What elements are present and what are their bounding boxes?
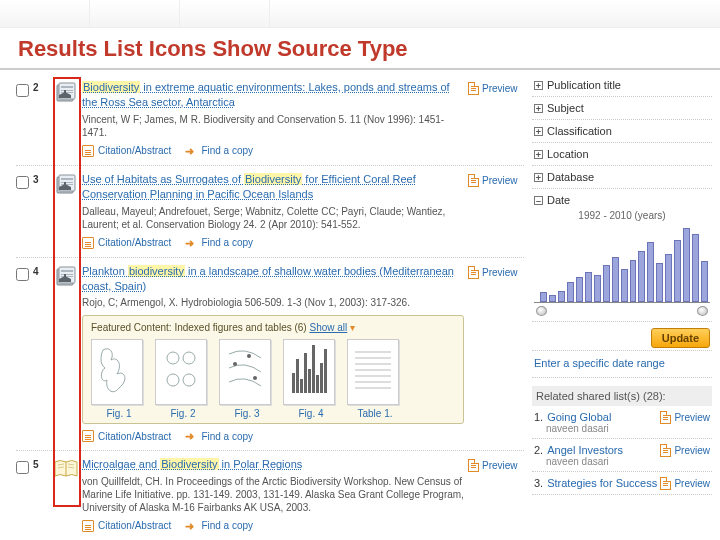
find-copy-link[interactable]: ➜Find a copy	[185, 145, 253, 157]
related-list-item: 1.Going Globalnaveen dasari Preview	[532, 406, 712, 439]
preview-link[interactable]: Preview	[468, 82, 524, 95]
preview-link[interactable]: Preview	[468, 266, 524, 279]
preview-link[interactable]: Preview	[660, 411, 710, 424]
svg-rect-10	[61, 184, 73, 185]
related-title-link[interactable]: Going Global	[547, 411, 611, 423]
result-row: 3 Use of Habitats as Surrogates of Biodi…	[16, 166, 524, 258]
svg-rect-3	[61, 90, 73, 91]
related-author: naveen dasari	[546, 423, 611, 434]
facet-date[interactable]: –Date 1992 - 2010 (years)	[532, 189, 712, 322]
journal-icon	[54, 266, 78, 288]
thumb-caption[interactable]: Fig. 2	[155, 408, 211, 419]
result-meta: von Quillfeldt, CH. In Proceedings of th…	[82, 475, 464, 514]
select-checkbox[interactable]	[16, 268, 29, 281]
histogram-bar	[665, 254, 672, 302]
find-copy-link[interactable]: ➜Find a copy	[185, 430, 253, 442]
figure-thumb[interactable]	[283, 339, 335, 405]
slider-max-handle[interactable]	[697, 306, 708, 316]
result-title-link[interactable]: Plankton biodiversity in a landscape of …	[82, 265, 454, 292]
svg-point-23	[233, 362, 237, 366]
svg-point-22	[183, 374, 195, 386]
thumb-caption[interactable]: Table 1.	[347, 408, 403, 419]
find-copy-link[interactable]: ➜Find a copy	[185, 520, 253, 532]
find-icon: ➜	[185, 237, 197, 249]
result-number: 2	[33, 82, 39, 93]
facet-location[interactable]: +Location	[532, 143, 712, 166]
result-row: 2 Biodiversity in extreme aquatic enviro…	[16, 74, 524, 166]
svg-rect-4	[61, 92, 73, 93]
svg-rect-8	[61, 178, 73, 180]
svg-rect-17	[64, 274, 66, 277]
svg-rect-16	[61, 276, 73, 277]
citation-abstract-link[interactable]: Citation/Abstract	[82, 145, 171, 157]
svg-point-19	[167, 352, 179, 364]
svg-rect-9	[61, 182, 73, 183]
find-icon: ➜	[185, 145, 197, 157]
select-checkbox[interactable]	[16, 461, 29, 474]
preview-link[interactable]: Preview	[468, 459, 524, 472]
featured-content-panel: Featured Content: Indexed figures and ta…	[82, 315, 464, 424]
related-lists-header: Related shared list(s) (28):	[532, 386, 712, 406]
svg-rect-2	[61, 86, 73, 88]
update-button[interactable]: Update	[651, 328, 710, 348]
svg-rect-15	[61, 274, 73, 275]
result-number: 4	[33, 266, 39, 277]
histogram-bar	[701, 261, 708, 302]
find-icon: ➜	[185, 520, 197, 532]
preview-link[interactable]: Preview	[660, 444, 710, 457]
histogram-bar	[647, 242, 654, 302]
slider-min-handle[interactable]	[536, 306, 547, 316]
result-title-link[interactable]: Microalgae and Biodiversity in Polar Reg…	[82, 458, 302, 470]
expand-icon: +	[534, 173, 543, 182]
histogram-bar	[540, 292, 547, 302]
citation-abstract-link[interactable]: Citation/Abstract	[82, 430, 171, 442]
figure-thumb[interactable]	[91, 339, 143, 405]
facet-classification[interactable]: +Classification	[532, 120, 712, 143]
preview-icon	[468, 82, 479, 95]
thumb-caption[interactable]: Fig. 3	[219, 408, 275, 419]
preview-link[interactable]: Preview	[660, 477, 710, 490]
preview-icon	[468, 459, 479, 472]
thumb-caption[interactable]: Fig. 1	[91, 408, 147, 419]
result-title-link[interactable]: Use of Habitats as Surrogates of Biodive…	[82, 173, 416, 200]
select-checkbox[interactable]	[16, 176, 29, 189]
preview-link[interactable]: Preview	[468, 174, 524, 187]
result-row: 5 Microalgae and Biodiversity in Polar R…	[16, 451, 524, 539]
facet-subject[interactable]: +Subject	[532, 97, 712, 120]
related-title-link[interactable]: Angel Investors	[547, 444, 623, 456]
result-meta: Rojo, C; Armengol, X. Hydrobiologia 506-…	[82, 296, 464, 309]
histogram-bar	[656, 263, 663, 302]
svg-point-24	[247, 354, 251, 358]
svg-rect-11	[64, 182, 66, 185]
preview-icon	[660, 444, 671, 457]
window-chrome	[0, 0, 720, 28]
figure-thumb[interactable]	[219, 339, 271, 405]
histogram-bar	[612, 257, 619, 302]
facet-database[interactable]: +Database	[532, 166, 712, 189]
citation-icon	[82, 237, 94, 249]
find-copy-link[interactable]: ➜Find a copy	[185, 237, 253, 249]
expand-icon: +	[534, 127, 543, 136]
expand-icon: +	[534, 104, 543, 113]
expand-icon: +	[534, 150, 543, 159]
svg-rect-14	[61, 270, 73, 272]
preview-icon	[660, 477, 671, 490]
facet-publication-title[interactable]: +Publication title	[532, 74, 712, 97]
figure-thumb[interactable]	[155, 339, 207, 405]
journal-icon	[54, 82, 78, 104]
result-meta: Vincent, W F; James, M R. Biodiversity a…	[82, 113, 464, 139]
table-thumb[interactable]	[347, 339, 399, 405]
histogram-bar	[585, 272, 592, 302]
select-checkbox[interactable]	[16, 84, 29, 97]
enter-specific-date-link[interactable]: Enter a specific date range	[532, 351, 712, 378]
histogram-bar	[567, 282, 574, 302]
citation-abstract-link[interactable]: Citation/Abstract	[82, 520, 171, 532]
show-all-link[interactable]: Show all	[309, 322, 347, 333]
histogram-bar	[594, 275, 601, 302]
thumb-caption[interactable]: Fig. 4	[283, 408, 339, 419]
result-title-link[interactable]: Biodiversity in extreme aquatic environm…	[82, 81, 450, 108]
preview-icon	[468, 266, 479, 279]
date-range-label: 1992 - 2010 (years)	[534, 210, 710, 221]
citation-abstract-link[interactable]: Citation/Abstract	[82, 237, 171, 249]
related-title-link[interactable]: Strategies for Success	[547, 477, 657, 489]
